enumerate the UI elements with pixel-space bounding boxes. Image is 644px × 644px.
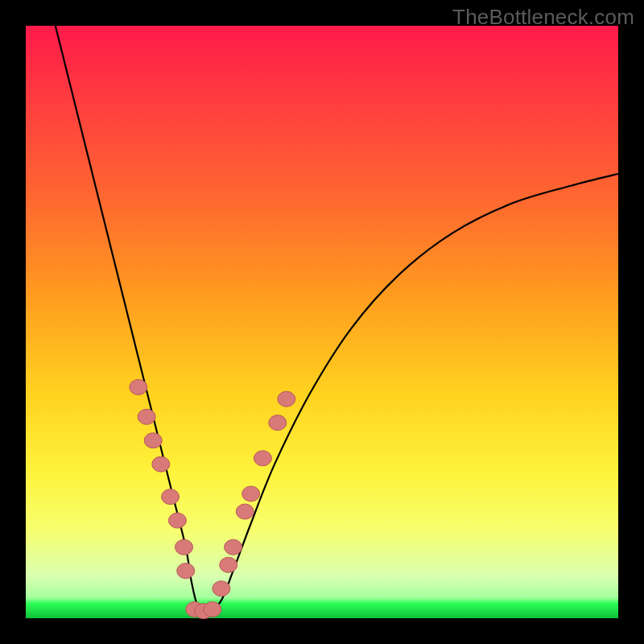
chart-svg	[26, 26, 618, 618]
curve-marker	[144, 433, 162, 448]
curve-marker	[138, 409, 155, 424]
curve-marker	[175, 539, 193, 555]
curve-marker	[168, 513, 186, 528]
curve-marker	[225, 539, 242, 555]
curve-marker	[152, 456, 170, 472]
curve-marker	[269, 415, 287, 431]
curve-marker	[236, 504, 254, 519]
watermark-text: TheBottleneck.com	[452, 5, 634, 30]
curve-marker	[242, 486, 260, 502]
curve-marker	[162, 489, 180, 505]
curve-marker	[278, 391, 295, 407]
curve-markers	[130, 379, 295, 618]
chart-frame: TheBottleneck.com	[0, 0, 644, 644]
curve-marker	[213, 581, 230, 597]
curve-marker	[204, 601, 221, 617]
bottleneck-curve	[56, 26, 618, 613]
curve-marker	[130, 379, 147, 394]
curve-marker	[254, 451, 271, 466]
curve-marker	[220, 557, 237, 572]
curve-marker	[177, 564, 195, 579]
plot-area	[26, 26, 618, 618]
